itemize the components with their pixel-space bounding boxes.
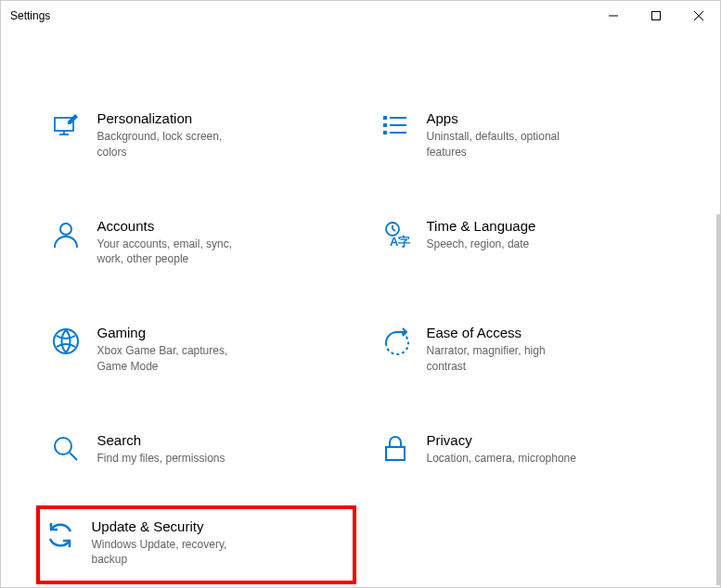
svg-rect-1: [652, 12, 661, 20]
tile-desc: Uninstall, defaults, optional features: [427, 129, 585, 160]
tile-title: Search: [97, 432, 341, 448]
tile-title: Privacy: [427, 432, 671, 448]
svg-point-20: [55, 438, 71, 454]
close-button[interactable]: [677, 1, 720, 31]
update-security-icon: [45, 520, 75, 550]
svg-rect-11: [383, 131, 387, 134]
tile-accounts[interactable]: Accounts Your accounts, email, sync, wor…: [45, 212, 347, 274]
apps-icon: [380, 112, 410, 142]
ease-of-access-icon: [380, 326, 410, 356]
tile-title: Time & Language: [427, 218, 671, 234]
privacy-icon: [380, 434, 410, 464]
tile-apps[interactable]: Apps Uninstall, defaults, optional featu…: [375, 105, 676, 166]
tile-privacy[interactable]: Privacy Location, camera, microphone: [375, 427, 676, 472]
tile-desc: Background, lock screen, colors: [97, 129, 255, 160]
settings-grid: Personalization Background, lock screen,…: [45, 105, 676, 568]
titlebar: Settings: [1, 1, 720, 31]
svg-rect-10: [390, 124, 406, 126]
window-title: Settings: [10, 9, 50, 22]
time-language-icon: A字: [380, 220, 410, 249]
svg-rect-9: [383, 123, 387, 127]
minimize-button[interactable]: [592, 1, 635, 31]
svg-line-21: [70, 453, 77, 460]
svg-rect-8: [390, 117, 406, 119]
tile-time-language[interactable]: A字 Time & Language Speech, region, date: [375, 212, 676, 274]
tile-search[interactable]: Search Find my files, permissions: [45, 427, 347, 472]
personalization-icon: [51, 112, 81, 142]
tile-title: Update & Security: [92, 518, 347, 534]
gaming-icon: [51, 326, 81, 356]
svg-rect-7: [383, 116, 387, 120]
scrollbar[interactable]: [716, 214, 720, 585]
svg-text:A字: A字: [390, 235, 410, 249]
tile-title: Ease of Access: [427, 325, 671, 340]
tile-desc: Speech, region, date: [427, 236, 585, 252]
maximize-button[interactable]: [635, 1, 677, 31]
tile-personalization[interactable]: Personalization Background, lock screen,…: [45, 105, 347, 166]
tile-desc: Narrator, magnifier, high contrast: [427, 343, 585, 375]
settings-content: Personalization Background, lock screen,…: [1, 31, 720, 586]
tile-title: Personalization: [97, 110, 341, 126]
tile-desc: Find my files, permissions: [97, 451, 255, 467]
svg-rect-22: [386, 447, 405, 460]
tile-title: Apps: [427, 110, 671, 126]
svg-point-18: [54, 329, 78, 353]
tile-desc: Location, camera, microphone: [427, 451, 585, 467]
svg-point-13: [60, 224, 71, 235]
tile-title: Gaming: [97, 325, 341, 340]
tile-desc: Your accounts, email, sync, work, other …: [97, 236, 255, 268]
search-icon: [51, 434, 81, 464]
tile-ease-of-access[interactable]: Ease of Access Narrator, magnifier, high…: [375, 319, 676, 380]
tile-gaming[interactable]: Gaming Xbox Game Bar, captures, Game Mod…: [45, 319, 347, 380]
svg-rect-12: [390, 132, 406, 134]
window-controls: [592, 1, 720, 31]
svg-line-16: [393, 229, 395, 231]
accounts-icon: [51, 220, 81, 249]
tile-desc: Windows Update, recovery, backup: [92, 537, 250, 569]
tile-title: Accounts: [97, 218, 341, 234]
tile-update-security[interactable]: Update & Security Windows Update, recove…: [36, 505, 356, 585]
tile-desc: Xbox Game Bar, captures, Game Mode: [97, 343, 255, 375]
